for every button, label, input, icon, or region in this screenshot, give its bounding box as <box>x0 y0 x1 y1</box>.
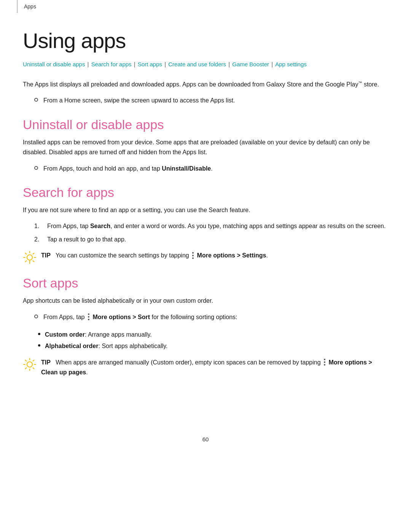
search-step-1: 1. From Apps, tap Search, and enter a wo… <box>23 221 388 231</box>
sort-custom-order-text: Custom order: Arrange apps manually. <box>45 330 152 340</box>
sort-more-options-label: More options > Sort <box>92 314 150 320</box>
nav-link-search[interactable]: Search for apps <box>91 61 132 67</box>
svg-line-6 <box>33 253 34 254</box>
sort-tip-more-options-label: More options > Clean up pages <box>41 359 372 375</box>
sort-more-options-dots-icon <box>88 313 90 320</box>
nav-link-appsettings[interactable]: App settings <box>275 61 307 67</box>
nav-link-sort[interactable]: Sort apps <box>138 61 162 67</box>
tip-icon-search <box>23 251 37 264</box>
page-footer: 60 <box>0 436 411 454</box>
search-tip-text: TIP You can customize the search setting… <box>41 251 388 260</box>
sort-sub-bullet-list: Custom order: Arrange apps manually. Alp… <box>38 330 388 351</box>
intro-paragraph: The Apps list displays all preloaded and… <box>23 80 388 89</box>
uninstall-bullet-list: From Apps, touch and hold an app, and ta… <box>23 164 388 174</box>
svg-line-7 <box>25 261 27 262</box>
sort-sub-item-custom: Custom order: Arrange apps manually. <box>38 330 388 340</box>
sort-tip-text: TIP When apps are arranged manually (Cus… <box>41 358 388 378</box>
page-main-title: Using apps <box>23 28 388 53</box>
nav-separator-3: | <box>163 61 167 67</box>
tip-more-options-text: More options > Settings <box>197 252 266 259</box>
header-bar: Apps <box>17 0 388 13</box>
step-number-2: 2. <box>34 235 45 244</box>
trademark: ™ <box>358 81 362 85</box>
bullet-dot-icon-2 <box>38 344 40 347</box>
more-options-dots-icon <box>192 252 194 259</box>
nav-separator-5: | <box>270 61 274 67</box>
svg-line-5 <box>33 261 34 262</box>
intro-bullet-text: From a Home screen, swipe the screen upw… <box>43 96 235 105</box>
svg-point-8 <box>27 255 32 260</box>
section-heading-search: Search for apps <box>23 185 388 200</box>
header-title: Apps <box>24 3 36 10</box>
page-number: 60 <box>202 436 209 443</box>
nav-separator-4: | <box>227 61 231 67</box>
sort-bullet-item: From Apps, tap More options > Sort for t… <box>23 312 388 322</box>
svg-line-16 <box>33 360 34 361</box>
tip-icon-sort <box>23 358 37 371</box>
uninstall-bullet-item: From Apps, touch and hold an app, and ta… <box>23 164 388 174</box>
search-step-2-text: Tap a result to go to that app. <box>47 235 126 244</box>
section-heading-uninstall: Uninstall or disable apps <box>23 117 388 132</box>
sort-tip-box: TIP When apps are arranged manually (Cus… <box>23 358 388 378</box>
search-step-1-text: From Apps, tap Search, and enter a word … <box>47 221 386 231</box>
intro-bullet-item: From a Home screen, swipe the screen upw… <box>23 96 388 105</box>
section-heading-sort: Sort apps <box>23 276 388 291</box>
sort-bullet-text: From Apps, tap More options > Sort for t… <box>43 312 237 322</box>
nav-separator-2: | <box>132 61 137 67</box>
nav-separator-1: | <box>86 61 90 67</box>
uninstall-bullet-text: From Apps, touch and hold an app, and ta… <box>43 164 213 174</box>
search-tip-box: TIP You can customize the search setting… <box>23 251 388 264</box>
bullet-circle-icon-2 <box>34 166 38 170</box>
intro-bullet-list: From a Home screen, swipe the screen upw… <box>23 96 388 105</box>
svg-line-15 <box>33 367 34 369</box>
svg-line-4 <box>25 253 27 254</box>
nav-links: Uninstall or disable apps | Search for a… <box>23 60 388 69</box>
svg-line-17 <box>25 367 27 369</box>
tip-label-sort: TIP <box>41 359 51 366</box>
svg-point-18 <box>27 362 32 367</box>
svg-line-14 <box>25 360 27 361</box>
bullet-dot-icon-1 <box>38 333 40 335</box>
sort-tip-dots-icon <box>323 359 326 366</box>
sort-alpha-order-text: Alphabetical order: Sort apps alphabetic… <box>45 341 168 351</box>
sort-paragraph: App shortcuts can be listed alphabetical… <box>23 296 388 306</box>
bullet-circle-icon-3 <box>34 315 38 318</box>
tip-label-search: TIP <box>41 252 51 259</box>
search-paragraph: If you are not sure where to find an app… <box>23 205 388 215</box>
nav-link-folders[interactable]: Create and use folders <box>168 61 226 67</box>
nav-link-uninstall[interactable]: Uninstall or disable apps <box>23 61 85 67</box>
search-numbered-list: 1. From Apps, tap Search, and enter a wo… <box>23 221 388 244</box>
sort-bullet-list: From Apps, tap More options > Sort for t… <box>23 312 388 322</box>
bullet-circle-icon <box>34 98 38 102</box>
step-number-1: 1. <box>34 221 45 231</box>
nav-link-game[interactable]: Game Booster <box>232 61 269 67</box>
sort-sub-item-alpha: Alphabetical order: Sort apps alphabetic… <box>38 341 388 351</box>
search-step-2: 2. Tap a result to go to that app. <box>23 235 388 244</box>
uninstall-paragraph: Installed apps can be removed from your … <box>23 137 388 158</box>
